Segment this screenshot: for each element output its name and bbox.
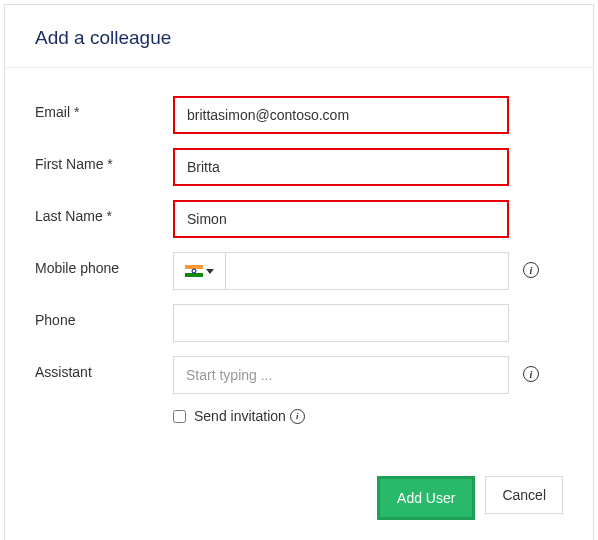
- assistant-label: Assistant: [35, 356, 173, 380]
- phone-field[interactable]: [173, 304, 509, 342]
- send-invitation-row: Send invitation i: [173, 408, 563, 424]
- flag-india-icon: [185, 265, 203, 277]
- add-colleague-modal: Add a colleague Email * First Name * Las…: [4, 4, 594, 540]
- country-code-select[interactable]: [173, 252, 225, 290]
- email-row: Email *: [35, 96, 563, 134]
- first-name-label: First Name *: [35, 148, 173, 172]
- assistant-row: Assistant i: [35, 356, 563, 394]
- phone-label: Phone: [35, 304, 173, 328]
- info-icon[interactable]: i: [523, 262, 539, 278]
- cancel-button[interactable]: Cancel: [485, 476, 563, 514]
- assistant-field[interactable]: [173, 356, 509, 394]
- modal-title: Add a colleague: [35, 27, 563, 49]
- first-name-field[interactable]: [173, 148, 509, 186]
- email-field[interactable]: [173, 96, 509, 134]
- phone-row: Phone: [35, 304, 563, 342]
- info-icon[interactable]: i: [523, 366, 539, 382]
- info-icon[interactable]: i: [290, 409, 305, 424]
- modal-footer: Add User Cancel: [5, 444, 593, 540]
- email-label: Email *: [35, 96, 173, 120]
- modal-header: Add a colleague: [5, 5, 593, 68]
- last-name-row: Last Name *: [35, 200, 563, 238]
- first-name-row: First Name *: [35, 148, 563, 186]
- mobile-phone-label: Mobile phone: [35, 252, 173, 276]
- add-user-button[interactable]: Add User: [380, 479, 472, 517]
- mobile-phone-field[interactable]: [225, 252, 509, 290]
- last-name-field[interactable]: [173, 200, 509, 238]
- add-user-highlight: Add User: [377, 476, 475, 520]
- mobile-phone-row: Mobile phone i: [35, 252, 563, 290]
- modal-body: Email * First Name * Last Name * Mobile …: [5, 68, 593, 444]
- send-invitation-checkbox[interactable]: [173, 410, 186, 423]
- chevron-down-icon: [206, 269, 214, 274]
- send-invitation-label: Send invitation: [194, 408, 286, 424]
- last-name-label: Last Name *: [35, 200, 173, 224]
